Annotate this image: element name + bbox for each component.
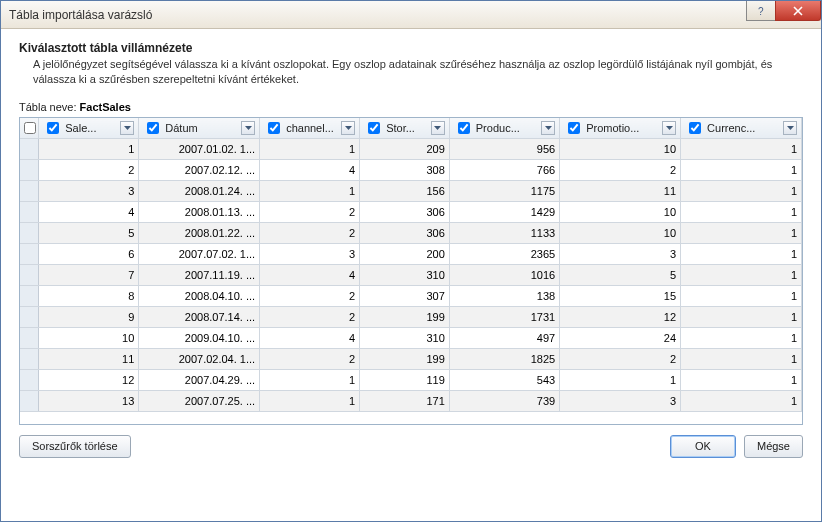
- row-header[interactable]: [20, 202, 39, 223]
- column-checkbox[interactable]: [568, 122, 580, 134]
- cell-promotion[interactable]: 12: [560, 307, 681, 328]
- help-button[interactable]: ?: [746, 1, 776, 21]
- cell-product[interactable]: 766: [449, 160, 559, 181]
- column-header-sale[interactable]: Sale...: [39, 118, 139, 139]
- column-checkbox[interactable]: [147, 122, 159, 134]
- select-all-checkbox[interactable]: [24, 122, 36, 134]
- cell-product[interactable]: 1731: [449, 307, 559, 328]
- row-header[interactable]: [20, 265, 39, 286]
- row-header[interactable]: [20, 307, 39, 328]
- cell-currency[interactable]: 1: [681, 286, 802, 307]
- cell-date[interactable]: 2007.07.02. 1...: [139, 244, 260, 265]
- cell-product[interactable]: 138: [449, 286, 559, 307]
- cell-promotion[interactable]: 3: [560, 391, 681, 412]
- cell-promotion[interactable]: 5: [560, 265, 681, 286]
- cell-product[interactable]: 543: [449, 370, 559, 391]
- cell-currency[interactable]: 1: [681, 391, 802, 412]
- cell-currency[interactable]: 1: [681, 202, 802, 223]
- cell-promotion[interactable]: 15: [560, 286, 681, 307]
- cell-sale[interactable]: 6: [39, 244, 139, 265]
- cell-store[interactable]: 199: [360, 307, 450, 328]
- cell-currency[interactable]: 1: [681, 349, 802, 370]
- cell-sale[interactable]: 8: [39, 286, 139, 307]
- cell-product[interactable]: 1133: [449, 223, 559, 244]
- cell-date[interactable]: 2009.04.10. ...: [139, 328, 260, 349]
- cell-store[interactable]: 200: [360, 244, 450, 265]
- cell-channel[interactable]: 2: [260, 349, 360, 370]
- cell-product[interactable]: 2365: [449, 244, 559, 265]
- cell-channel[interactable]: 2: [260, 307, 360, 328]
- cell-promotion[interactable]: 10: [560, 139, 681, 160]
- cell-product[interactable]: 497: [449, 328, 559, 349]
- cancel-button[interactable]: Mégse: [744, 435, 803, 458]
- cell-currency[interactable]: 1: [681, 160, 802, 181]
- column-checkbox[interactable]: [268, 122, 280, 134]
- cell-channel[interactable]: 4: [260, 160, 360, 181]
- cell-promotion[interactable]: 10: [560, 202, 681, 223]
- cell-date[interactable]: 2008.01.22. ...: [139, 223, 260, 244]
- row-header[interactable]: [20, 391, 39, 412]
- cell-sale[interactable]: 5: [39, 223, 139, 244]
- cell-currency[interactable]: 1: [681, 328, 802, 349]
- table-row[interactable]: 62007.07.02. 1...3200236531: [20, 244, 802, 265]
- cell-product[interactable]: 1825: [449, 349, 559, 370]
- cell-promotion[interactable]: 24: [560, 328, 681, 349]
- column-header-channel[interactable]: channel...: [260, 118, 360, 139]
- cell-store[interactable]: 156: [360, 181, 450, 202]
- row-header[interactable]: [20, 370, 39, 391]
- cell-date[interactable]: 2008.04.10. ...: [139, 286, 260, 307]
- table-row[interactable]: 82008.04.10. ...2307138151: [20, 286, 802, 307]
- column-header-date[interactable]: Dátum: [139, 118, 260, 139]
- cell-sale[interactable]: 13: [39, 391, 139, 412]
- row-header[interactable]: [20, 286, 39, 307]
- cell-currency[interactable]: 1: [681, 370, 802, 391]
- cell-currency[interactable]: 1: [681, 265, 802, 286]
- cell-sale[interactable]: 3: [39, 181, 139, 202]
- cell-product[interactable]: 1175: [449, 181, 559, 202]
- cell-date[interactable]: 2007.02.12. ...: [139, 160, 260, 181]
- column-header-store[interactable]: Stor...: [360, 118, 450, 139]
- cell-store[interactable]: 307: [360, 286, 450, 307]
- table-row[interactable]: 112007.02.04. 1...2199182521: [20, 349, 802, 370]
- cell-promotion[interactable]: 1: [560, 370, 681, 391]
- select-all-header[interactable]: [20, 118, 39, 139]
- filter-dropdown-icon[interactable]: [341, 121, 355, 135]
- cell-channel[interactable]: 1: [260, 370, 360, 391]
- cell-channel[interactable]: 3: [260, 244, 360, 265]
- cell-product[interactable]: 739: [449, 391, 559, 412]
- filter-dropdown-icon[interactable]: [662, 121, 676, 135]
- row-header[interactable]: [20, 244, 39, 265]
- cell-channel[interactable]: 2: [260, 202, 360, 223]
- row-header[interactable]: [20, 139, 39, 160]
- cell-store[interactable]: 308: [360, 160, 450, 181]
- cell-sale[interactable]: 4: [39, 202, 139, 223]
- column-checkbox[interactable]: [368, 122, 380, 134]
- cell-date[interactable]: 2008.01.13. ...: [139, 202, 260, 223]
- cell-date[interactable]: 2007.02.04. 1...: [139, 349, 260, 370]
- cell-store[interactable]: 119: [360, 370, 450, 391]
- cell-promotion[interactable]: 11: [560, 181, 681, 202]
- table-row[interactable]: 22007.02.12. ...430876621: [20, 160, 802, 181]
- table-row[interactable]: 52008.01.22. ...23061133101: [20, 223, 802, 244]
- cell-channel[interactable]: 1: [260, 391, 360, 412]
- cell-currency[interactable]: 1: [681, 223, 802, 244]
- row-header[interactable]: [20, 160, 39, 181]
- column-checkbox[interactable]: [458, 122, 470, 134]
- table-row[interactable]: 12007.01.02. 1...1209956101: [20, 139, 802, 160]
- cell-store[interactable]: 306: [360, 223, 450, 244]
- cell-date[interactable]: 2007.01.02. 1...: [139, 139, 260, 160]
- cell-date[interactable]: 2007.11.19. ...: [139, 265, 260, 286]
- table-row[interactable]: 32008.01.24. ...11561175111: [20, 181, 802, 202]
- column-header-product[interactable]: Produc...: [449, 118, 559, 139]
- cell-promotion[interactable]: 10: [560, 223, 681, 244]
- column-header-promotion[interactable]: Promotio...: [560, 118, 681, 139]
- cell-store[interactable]: 171: [360, 391, 450, 412]
- cell-sale[interactable]: 11: [39, 349, 139, 370]
- cell-store[interactable]: 199: [360, 349, 450, 370]
- cell-product[interactable]: 1429: [449, 202, 559, 223]
- cell-channel[interactable]: 2: [260, 286, 360, 307]
- cell-product[interactable]: 1016: [449, 265, 559, 286]
- data-grid[interactable]: Sale... Dátum: [19, 117, 803, 425]
- cell-store[interactable]: 306: [360, 202, 450, 223]
- cell-currency[interactable]: 1: [681, 139, 802, 160]
